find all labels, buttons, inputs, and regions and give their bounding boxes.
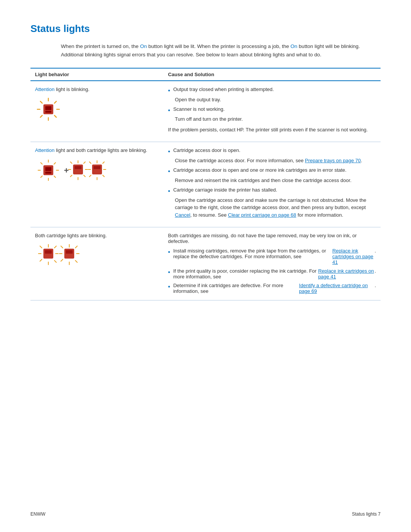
cause-item: Output tray closed when printing is atte…	[168, 86, 376, 95]
behavior-text-1: light is blinking.	[54, 86, 89, 92]
status-table: Light behavior Cause and Solution Attent…	[30, 68, 381, 300]
svg-line-47	[40, 246, 42, 248]
svg-rect-31	[73, 165, 83, 174]
svg-line-18	[41, 176, 42, 177]
cause-item: Install missing cartridges, remove the p…	[168, 248, 376, 265]
cause-cell-2: Cartridge access door is open. Close the…	[164, 142, 381, 227]
attention-label-1: Attention	[35, 86, 54, 92]
intro-on2: On	[290, 43, 297, 49]
svg-line-48	[54, 260, 56, 262]
svg-rect-42	[94, 166, 100, 169]
col-header-behavior: Light behavior	[30, 68, 164, 81]
svg-rect-10	[45, 111, 51, 113]
svg-rect-41	[92, 165, 102, 174]
footer-left: ENWW	[30, 511, 45, 517]
cause-list-2: Cartridge access door is open. Close the…	[168, 147, 376, 219]
cause-list-3: Install missing cartridges, remove the p…	[168, 248, 376, 294]
intro-on1: On	[140, 43, 147, 49]
cause-item: Close the cartridge access door. For mor…	[168, 157, 376, 165]
behavior-cell-1: Attention light is blinking.	[30, 81, 164, 142]
cause-list-1: Output tray closed when printing is atte…	[168, 86, 376, 133]
cause-top-text: Both cartridges are missing, do not have…	[168, 233, 376, 244]
svg-line-38	[103, 175, 104, 177]
table-row: Both cartridge lights are blinking.	[30, 227, 381, 300]
svg-line-39	[103, 162, 104, 163]
svg-line-15	[41, 163, 42, 164]
cartridge-blink-icon	[35, 242, 84, 271]
icon-area-2: +	[35, 157, 159, 189]
cause-item: Open the cartridge access door and make …	[168, 197, 376, 219]
table-row: Attention light is blinking.	[30, 81, 381, 142]
svg-line-49	[54, 246, 56, 248]
cause-item: Remove and reinsert the ink cartridges a…	[168, 177, 376, 184]
col-header-cause: Cause and Solution	[164, 68, 381, 81]
svg-line-6	[54, 101, 56, 103]
clear-print-carriage-link[interactable]: Clear print carriage on page 68	[228, 212, 296, 218]
intro-text1: When the printert is turned on, the	[61, 43, 140, 49]
table-row: Attention light and both cartridge light…	[30, 142, 381, 227]
printer-cartridge-blink-icon: +	[35, 157, 111, 187]
cause-item: If the print quality is poor, consider r…	[168, 268, 376, 280]
svg-line-59	[75, 246, 77, 248]
svg-line-37	[89, 162, 91, 163]
svg-line-60	[61, 259, 63, 261]
cause-item: Turn off and turn on the printer.	[168, 115, 376, 123]
svg-line-27	[70, 162, 72, 163]
cause-item: Open the output tray.	[168, 96, 376, 104]
svg-rect-9	[45, 106, 51, 110]
behavior-text-3: Both cartridge lights are blinking.	[35, 233, 107, 238]
behavior-cell-3: Both cartridge lights are blinking.	[30, 227, 164, 300]
svg-line-28	[84, 175, 85, 177]
svg-line-57	[61, 246, 63, 248]
svg-rect-20	[45, 167, 51, 171]
cause-item: If the problem persists, contact HP. The…	[168, 126, 376, 134]
printer-blink-icon	[35, 96, 62, 123]
identify-defective-link[interactable]: Identify a defective cartridge on page 6…	[299, 283, 375, 294]
cause-item: Cartridge access door is open.	[168, 147, 376, 156]
cause-cell-3: Both cartridges are missing, do not have…	[164, 227, 381, 300]
svg-line-17	[54, 163, 56, 164]
cause-cell-1: Output tray closed when printing is atte…	[164, 81, 381, 142]
icon-area-3	[35, 242, 159, 272]
behavior-cell-2: Attention light and both cartridge light…	[30, 142, 164, 227]
footer-right: Status lights 7	[352, 511, 381, 517]
svg-rect-52	[45, 250, 52, 254]
prepare-trays-link[interactable]: Prepare trays on page 70	[305, 158, 361, 163]
svg-rect-62	[66, 250, 73, 254]
behavior-text-2: light and both cartridge lights are blin…	[54, 147, 147, 153]
svg-line-16	[54, 176, 56, 177]
svg-rect-32	[75, 166, 81, 169]
cause-item: Scanner is not working.	[168, 106, 376, 115]
cause-item: Determine if ink cartridges are defectiv…	[168, 283, 376, 294]
svg-line-29	[84, 162, 85, 163]
replace-ink-link-1[interactable]: Replace ink cartridges on page 41	[332, 248, 374, 265]
replace-ink-link-2[interactable]: Replace ink cartridges on page 41	[318, 268, 374, 280]
cause-item: Cartridge access door is open and one or…	[168, 167, 376, 176]
svg-rect-21	[45, 172, 51, 174]
svg-line-4	[40, 101, 42, 103]
page-footer: ENWW Status lights 7	[30, 511, 381, 517]
svg-line-30	[70, 175, 72, 177]
svg-line-40	[89, 175, 91, 177]
svg-line-50	[40, 259, 42, 261]
svg-line-7	[40, 115, 42, 117]
intro-text2: button light will be lit. When the print…	[147, 43, 290, 49]
svg-line-5	[54, 115, 56, 117]
intro-paragraph: When the printert is turned on, the On b…	[61, 42, 381, 59]
svg-line-58	[75, 260, 77, 262]
svg-text:+: +	[64, 166, 69, 175]
cause-item: Cartridge carriage inside the printer ha…	[168, 187, 376, 195]
attention-label-2: Attention	[35, 147, 54, 153]
cancel-link[interactable]: Cancel	[175, 212, 190, 218]
page-title: Status lights	[30, 23, 381, 35]
icon-area-1	[35, 96, 159, 124]
